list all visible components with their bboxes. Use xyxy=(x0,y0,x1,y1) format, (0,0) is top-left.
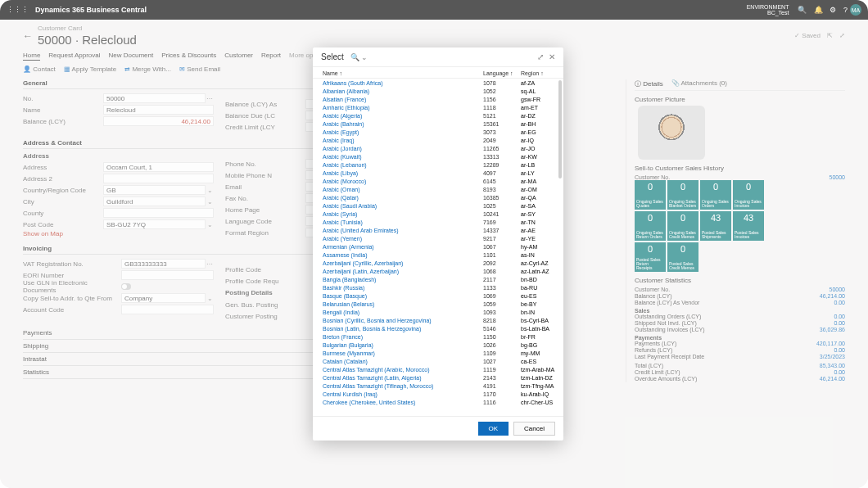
lookup-row[interactable]: Basque (Basque)1069eu-ES xyxy=(313,291,563,300)
lookup-row[interactable]: Azerbaijani (Latin, Azerbaijan)1068az-La… xyxy=(313,267,563,275)
lookup-row[interactable]: Arabic (Syria)10241ar-SY xyxy=(313,210,563,218)
col-region[interactable]: Region ↑ xyxy=(521,70,555,76)
lookup-row[interactable]: Azerbaijani (Cyrillic, Azerbaijan)2092az… xyxy=(313,259,563,267)
lookup-row[interactable]: Arabic (Yemen)9217ar-YE xyxy=(313,234,563,242)
lookup-row[interactable]: Central Kurdish (Iraq)1170ku-Arab-IQ xyxy=(313,390,563,398)
dialog-title: Select xyxy=(321,52,344,61)
lookup-row[interactable]: Arabic (Iraq)2049ar-IQ xyxy=(313,136,563,144)
lookup-row[interactable]: Central Atlas Tamazight (Tifinagh, Moroc… xyxy=(313,382,563,390)
lookup-row[interactable]: Arabic (Saudi Arabia)1025ar-SA xyxy=(313,201,563,210)
lookup-row[interactable]: Central Atlas Tamazight (Latin, Algeria)… xyxy=(313,373,563,382)
lookup-row[interactable]: Bulgarian (Bulgaria)1026bg-BG xyxy=(313,341,563,349)
scrollbar-thumb[interactable] xyxy=(558,80,562,178)
lookup-row[interactable]: Belarusian (Belarus)1059be-BY xyxy=(313,300,563,308)
lookup-row[interactable]: Arabic (Oman)8193ar-OM xyxy=(313,185,563,193)
lookup-row[interactable]: Alsatian (France)1156gsw-FR xyxy=(313,95,563,103)
lookup-row[interactable]: Arabic (Algeria)5121ar-DZ xyxy=(313,111,563,120)
lookup-row[interactable]: Arabic (Libya)4097ar-LY xyxy=(313,169,563,177)
col-language[interactable]: Language ↑ xyxy=(483,70,521,76)
lookup-row[interactable]: Armenian (Armenia)1067hy-AM xyxy=(313,242,563,251)
lookup-row[interactable]: Albanian (Albania)1052sq-AL xyxy=(313,87,563,95)
select-dialog: Select 🔍 ⌄ ⤢ ✕ Name ↑ Language ↑ Region … xyxy=(313,47,563,441)
lookup-row[interactable]: Afrikaans (South Africa)1078af-ZA xyxy=(313,79,563,87)
close-icon[interactable]: ✕ xyxy=(549,52,555,61)
table-header: Name ↑ Language ↑ Region ↑ xyxy=(313,67,563,79)
ok-button[interactable]: OK xyxy=(478,422,509,436)
cancel-button[interactable]: Cancel xyxy=(513,422,555,436)
lookup-row[interactable]: Bashkir (Russia)1133ba-RU xyxy=(313,283,563,291)
lookup-row[interactable]: Cherokee (Cherokee, United States)1116ch… xyxy=(313,398,563,406)
lookup-row[interactable]: Arabic (Jordan)11265ar-JO xyxy=(313,144,563,152)
expand-icon[interactable]: ⤢ xyxy=(537,52,544,61)
lookup-row[interactable]: Bangla (Bangladesh)2117bn-BD xyxy=(313,275,563,283)
lookup-row[interactable]: Arabic (Bahrain)15361ar-BH xyxy=(313,120,563,128)
lookup-row[interactable]: Central Atlas Tamazight (Arabic, Morocco… xyxy=(313,365,563,373)
lookup-row[interactable]: Amharic (Ethiopia)1118am-ET xyxy=(313,103,563,111)
lookup-list[interactable]: Afrikaans (South Africa)1078af-ZAAlbania… xyxy=(313,79,563,416)
lookup-row[interactable]: Bengali (India)1093bn-IN xyxy=(313,308,563,316)
lookup-row[interactable]: Bosnian (Latin, Bosnia & Herzegovina)514… xyxy=(313,324,563,332)
lookup-row[interactable]: Arabic (Egypt)3073ar-EG xyxy=(313,128,563,136)
lookup-row[interactable]: Arabic (Kuwait)13313ar-KW xyxy=(313,152,563,160)
lookup-row[interactable]: Catalan (Catalan)1027ca-ES xyxy=(313,357,563,365)
lookup-row[interactable]: Arabic (Lebanon)12289ar-LB xyxy=(313,160,563,169)
lookup-row[interactable]: Arabic (United Arab Emirates)14337ar-AE xyxy=(313,226,563,234)
lookup-row[interactable]: Burmese (Myanmar)1109my-MM xyxy=(313,349,563,357)
lookup-row[interactable]: Breton (France)1150br-FR xyxy=(313,332,563,341)
lookup-row[interactable]: Bosnian (Cyrillic, Bosnia and Herzegovin… xyxy=(313,316,563,324)
search-icon[interactable]: 🔍 ⌄ xyxy=(350,53,368,61)
lookup-row[interactable]: Arabic (Tunisia)7169ar-TN xyxy=(313,218,563,226)
lookup-row[interactable]: Arabic (Morocco)6145ar-MA xyxy=(313,177,563,185)
col-name[interactable]: Name ↑ xyxy=(323,70,455,76)
lookup-row[interactable]: Assamese (India)1101as-IN xyxy=(313,251,563,259)
lookup-row[interactable]: Arabic (Qatar)16385ar-QA xyxy=(313,193,563,201)
